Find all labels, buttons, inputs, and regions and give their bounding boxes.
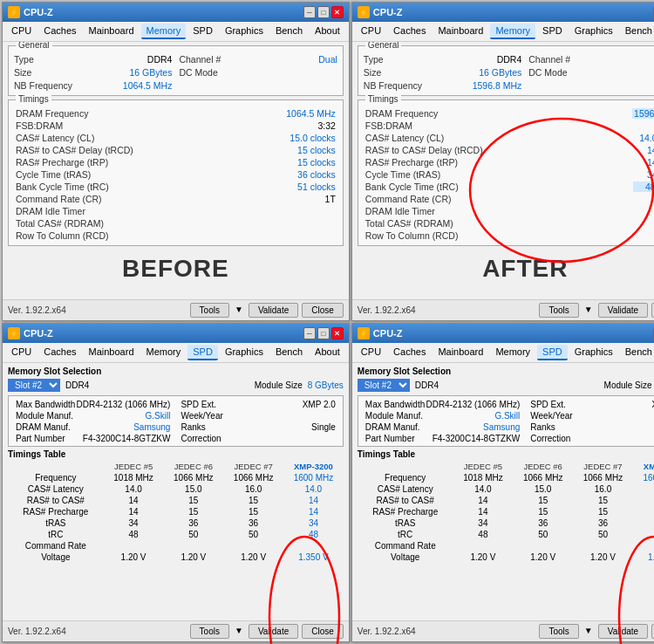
dram-manuf-val-br: Samsung <box>483 422 520 432</box>
slot-dropdown-bl[interactable]: Slot #2 <box>8 379 60 392</box>
tools-button-tr[interactable]: Tools <box>539 303 578 318</box>
tab-caches-tr[interactable]: Caches <box>388 24 431 39</box>
validate-button-br[interactable]: Validate <box>598 624 648 639</box>
window-bottom-left: ⚡ CPU-Z ─ □ ✕ CPU Caches Mainboard Memor… <box>2 323 350 642</box>
menu-bar-tr: CPU Caches Mainboard Memory SPD Graphics… <box>352 22 654 42</box>
dram-freq-label-tl: DRAM Frequency <box>16 108 283 119</box>
close-button-tl[interactable]: Close <box>302 303 344 318</box>
ras-cas-row-tr: RAS# to CAS# Delay (tRCD) 14 clocks <box>364 144 654 156</box>
tools-button-br[interactable]: Tools <box>539 624 578 639</box>
slot-select-bl: Slot #2 DDR4 Module Size 8 GBytes <box>8 379 344 392</box>
window-title-br: CPU-Z <box>373 328 403 339</box>
tab-mainboard-tl[interactable]: Mainboard <box>84 24 140 39</box>
module-size-label-bl: Module Size <box>255 380 303 390</box>
tab-bench-bl[interactable]: Bench <box>270 345 308 360</box>
max-bw-row-bl: Max Bandwidth DDR4-2132 (1066 MHz) <box>14 399 172 409</box>
validate-button-tl[interactable]: Validate <box>249 303 298 318</box>
slot-dropdown-br[interactable]: Slot #2 <box>358 379 410 392</box>
dc-row-tr: DC Mode <box>528 66 654 79</box>
tab-cpu-br[interactable]: CPU <box>356 345 386 360</box>
window-title: CPU-Z <box>24 7 53 17</box>
tools-button-bl[interactable]: Tools <box>190 624 229 639</box>
freq-j6-bl: 1066 MHz <box>163 472 223 483</box>
channel-row-tl: Channel # Dual <box>179 53 337 65</box>
mod-manuf-val-bl: G.Skill <box>146 411 171 421</box>
size-label-tr: Size <box>364 67 381 78</box>
dram-manuf-row-bl: DRAM Manuf. Samsung <box>14 421 172 432</box>
cycle-value-tr: 34 clocks <box>633 169 654 180</box>
tab-memory-tl[interactable]: Memory <box>141 24 187 39</box>
tab-spd-br[interactable]: SPD <box>537 345 568 360</box>
ras-pre-label-bl: RAS# Precharge <box>8 506 104 517</box>
tab-mainboard-bl[interactable]: Mainboard <box>84 345 140 360</box>
ras-pre-label-tl: RAS# Precharge (tRP) <box>16 157 283 168</box>
ras-pre-xmp-br: 14 <box>633 506 654 517</box>
minimize-button-bl[interactable]: ─ <box>303 327 316 339</box>
tras-label-bl: tRAS <box>8 517 104 529</box>
dc-label-tl: DC Mode <box>179 67 217 78</box>
fsb-row-tr: FSB:DRAM 1:16 <box>364 120 654 132</box>
fsb-label-tl: FSB:DRAM <box>16 120 283 131</box>
tab-cpu-tl[interactable]: CPU <box>6 24 37 39</box>
tab-graphics-br[interactable]: Graphics <box>569 345 618 360</box>
ras-pre-label-tr: RAS# Precharge (tRP) <box>365 157 633 168</box>
tab-graphics-bl[interactable]: Graphics <box>220 345 269 360</box>
tab-bench-tl[interactable]: Bench <box>270 24 308 39</box>
tab-caches-tl[interactable]: Caches <box>38 24 81 39</box>
minimize-button[interactable]: ─ <box>303 6 316 18</box>
mod-manuf-label-br: Module Manuf. <box>365 411 423 421</box>
voltage-j7-br: 1.20 V <box>573 552 633 563</box>
validate-button-bl[interactable]: Validate <box>249 624 298 639</box>
tab-spd-tr[interactable]: SPD <box>537 24 568 39</box>
tab-spd-bl[interactable]: SPD <box>187 345 218 360</box>
bank-label-tl: Bank Cycle Time (tRC) <box>16 182 283 192</box>
dram-freq-row-tl: DRAM Frequency 1064.5 MHz <box>14 107 337 120</box>
tab-memory-br[interactable]: Memory <box>490 345 535 360</box>
tab-graphics-tl[interactable]: Graphics <box>220 24 269 39</box>
tab-mainboard-tr[interactable]: Mainboard <box>433 24 488 39</box>
tab-memory-bl[interactable]: Memory <box>141 345 187 360</box>
close-button[interactable]: ✕ <box>331 6 344 18</box>
cpu-z-icon: ⚡ <box>8 6 20 18</box>
part-row-bl: Part Number F4-3200C14-8GTZKW <box>14 433 172 443</box>
tab-cpu-tr[interactable]: CPU <box>356 24 386 39</box>
validate-button-tr[interactable]: Validate <box>598 303 648 318</box>
week-year-label-bl: Week/Year <box>181 411 222 421</box>
bank-row-tl: Bank Cycle Time (tRC) 51 clocks <box>14 181 337 193</box>
type-row-tl: Type DDR4 <box>14 53 172 65</box>
maximize-button-bl[interactable]: □ <box>317 327 330 339</box>
ras-pre-row-bl: RAS# Precharge 14 15 15 14 <box>8 506 344 517</box>
title-bar-left-br: ⚡ CPU-Z <box>358 327 403 339</box>
tab-about-tl[interactable]: About <box>310 24 345 39</box>
close-button-bl[interactable]: ✕ <box>331 327 344 339</box>
tab-about-bl[interactable]: About <box>310 345 345 360</box>
voltage-j5-br: 1.20 V <box>453 552 514 563</box>
tab-cpu-bl[interactable]: CPU <box>6 345 37 360</box>
tab-graphics-tr[interactable]: Graphics <box>569 24 618 39</box>
total-cas-label-tr: Total CAS# (RDRAM) <box>365 218 633 229</box>
maximize-button[interactable]: □ <box>317 6 330 18</box>
tab-bench-br[interactable]: Bench <box>620 345 654 360</box>
ranks-row-br: Ranks Single <box>528 421 654 432</box>
cmd-j6-bl <box>163 540 223 552</box>
footer-br: Ver. 1.92.2.x64 Tools ▼ Validate Close <box>352 620 654 641</box>
tab-spd-tl[interactable]: SPD <box>187 24 218 39</box>
tab-memory-tr[interactable]: Memory <box>490 24 535 39</box>
ras-pre-j6-br: 15 <box>513 506 573 517</box>
tab-caches-br[interactable]: Caches <box>388 345 431 360</box>
th-xmp-br: XMP-3200 <box>633 461 654 472</box>
cpu-z-icon-tr: ⚡ <box>358 6 370 18</box>
window-title-bl: CPU-Z <box>24 328 53 339</box>
window-title-tr: CPU-Z <box>373 7 403 17</box>
tab-mainboard-br[interactable]: Mainboard <box>433 345 488 360</box>
trc-j5-bl: 48 <box>104 529 164 540</box>
general-label-tl: General <box>16 42 52 50</box>
tab-caches-bl[interactable]: Caches <box>38 345 81 360</box>
ranks-label-br: Ranks <box>530 422 555 432</box>
tras-xmp-bl: 34 <box>283 517 344 529</box>
voltage-xmp-br: 1.350 V <box>633 552 654 563</box>
row-col-row-tr: Row To Column (RCD) <box>364 230 654 242</box>
close-button-bl[interactable]: Close <box>302 624 344 639</box>
tab-bench-tr[interactable]: Bench <box>620 24 654 39</box>
tools-button-tl[interactable]: Tools <box>190 303 229 318</box>
